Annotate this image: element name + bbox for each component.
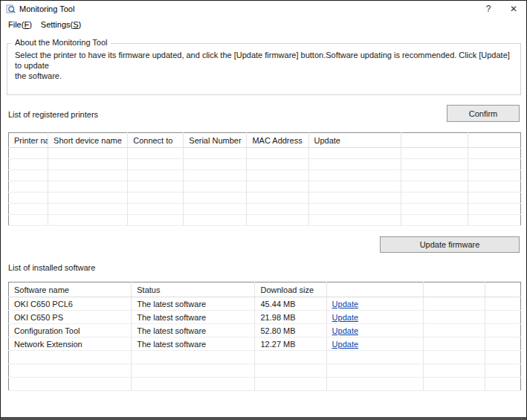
registered-printers-table: Printer na... Short device name Connect … <box>8 132 521 226</box>
printers-empty-row <box>9 148 521 159</box>
printers-empty-row <box>9 159 521 170</box>
help-button[interactable]: ? <box>476 1 501 16</box>
column-header-status[interactable]: Status <box>132 282 255 297</box>
column-header-printer-name[interactable]: Printer na... <box>9 133 48 148</box>
software-status-cell: The latest software <box>132 337 255 351</box>
software-size-cell: 12.27 MB <box>255 337 326 351</box>
software-empty-row <box>9 364 521 378</box>
menu-item-file[interactable]: File(F) <box>4 19 36 30</box>
software-header-row: Software name Status Download size <box>9 282 521 297</box>
menu-item-settings[interactable]: Settings(S) <box>36 19 85 30</box>
update-link[interactable]: Update <box>332 313 358 322</box>
printers-empty-row <box>9 170 521 181</box>
column-header-serial-number[interactable]: Serial Number <box>184 133 247 148</box>
update-link[interactable]: Update <box>332 326 358 335</box>
software-status-cell: The latest software <box>132 311 255 324</box>
column-header-blank-3 <box>485 282 520 297</box>
software-update-cell: Update <box>326 297 423 311</box>
software-status-cell: The latest software <box>132 324 255 337</box>
registered-printers-label: List of registered printers <box>8 110 98 119</box>
software-row-network-extension[interactable]: Network Extension The latest software 12… <box>9 337 521 351</box>
column-header-mac-address[interactable]: MAC Address <box>247 133 308 148</box>
column-header-short-device-name[interactable]: Short device name <box>48 133 128 148</box>
update-link[interactable]: Update <box>332 300 358 308</box>
software-size-cell: 21.98 MB <box>255 311 326 324</box>
monitoring-tool-window: Monitoring Tool ? ✕ File(F) Settings(S) … <box>0 0 527 420</box>
about-text: Select the printer to have its firmware … <box>15 50 513 81</box>
column-header-blank-1 <box>326 282 423 297</box>
printers-header-row: Printer na... Short device name Connect … <box>9 133 521 148</box>
about-groupbox-title: About the Monitoring Tool <box>12 38 111 47</box>
installed-software-label: List of installed software <box>8 263 95 272</box>
software-empty-row <box>9 351 521 364</box>
software-row-oki-c650-ps[interactable]: OKI C650 PS The latest software 21.98 MB… <box>9 311 521 324</box>
installed-software-table: Software name Status Download size OKI C… <box>8 282 521 391</box>
printers-empty-row <box>9 181 521 193</box>
column-header-blank-1 <box>401 133 468 148</box>
menu-bar: File(F) Settings(S) <box>1 17 526 32</box>
update-link[interactable]: Update <box>332 340 358 349</box>
update-firmware-button[interactable]: Update firmware <box>380 236 520 253</box>
software-update-cell: Update <box>326 311 423 324</box>
about-groupbox: About the Monitoring Tool Select the pri… <box>7 43 521 95</box>
software-name-cell: Configuration Tool <box>9 324 132 337</box>
software-row-oki-c650-pcl6[interactable]: OKI C650 PCL6 The latest software 45.44 … <box>9 297 521 311</box>
column-header-download-size[interactable]: Download size <box>255 282 326 297</box>
confirm-button[interactable]: Confirm <box>447 105 520 122</box>
column-header-connect-to[interactable]: Connect to <box>128 133 184 148</box>
software-size-cell: 45.44 MB <box>255 297 326 311</box>
app-magnifier-icon <box>6 4 16 14</box>
printers-empty-row <box>9 215 521 226</box>
title-bar: Monitoring Tool ? ✕ <box>1 1 526 17</box>
printers-empty-row <box>9 193 521 204</box>
printers-empty-row <box>9 204 521 215</box>
software-name-cell: Network Extension <box>9 337 132 351</box>
software-name-cell: OKI C650 PCL6 <box>9 297 132 311</box>
software-update-cell: Update <box>326 337 423 351</box>
column-header-blank-2 <box>468 133 520 148</box>
software-update-cell: Update <box>326 324 423 337</box>
column-header-software-name[interactable]: Software name <box>9 282 132 297</box>
software-size-cell: 52.80 MB <box>255 324 326 337</box>
software-status-cell: The latest software <box>132 297 255 311</box>
close-button[interactable]: ✕ <box>501 1 526 16</box>
software-empty-row <box>9 378 521 391</box>
software-name-cell: OKI C650 PS <box>9 311 132 324</box>
column-header-update[interactable]: Update <box>308 133 401 148</box>
window-title: Monitoring Tool <box>19 4 74 13</box>
software-row-configuration-tool[interactable]: Configuration Tool The latest software 5… <box>9 324 521 337</box>
column-header-blank-2 <box>423 282 485 297</box>
